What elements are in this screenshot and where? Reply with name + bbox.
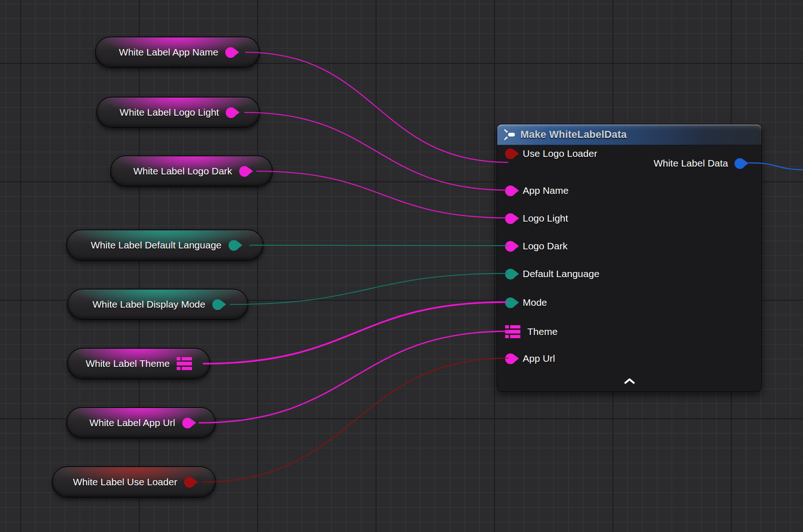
input-pin-row-logo-light: Logo Light — [505, 210, 568, 227]
pin-label: Mode — [523, 297, 547, 308]
var-node-white-label-logo-light[interactable]: White Label Logo Light — [96, 97, 260, 128]
pin-label: Theme — [527, 326, 557, 337]
var-node-label: White Label Logo Dark — [133, 166, 232, 177]
string-output-pin[interactable] — [226, 107, 236, 118]
struct-output-pin[interactable] — [735, 158, 745, 169]
var-node-label: White Label App Url — [89, 417, 175, 428]
collapse-node-button[interactable] — [624, 378, 636, 384]
string-input-pin[interactable] — [505, 186, 516, 196]
var-node-white-label-display-mode[interactable]: White Label Display Mode — [67, 289, 248, 320]
make-whitelabeldata-node[interactable]: Make WhiteLabelData App Name Logo Light … — [497, 124, 762, 392]
pin-label: Use Logo Loader — [523, 148, 597, 159]
pin-label: Logo Dark — [523, 241, 568, 252]
bool-output-pin[interactable] — [184, 477, 195, 488]
string-output-pin[interactable] — [225, 47, 236, 58]
make-struct-icon — [504, 129, 516, 141]
string-input-pin[interactable] — [505, 213, 516, 224]
enum-output-pin[interactable] — [229, 240, 239, 251]
input-pin-row-mode: Mode — [505, 294, 547, 311]
pin-label: App Url — [523, 353, 555, 364]
output-pin-row-white-label-data: White Label Data — [654, 155, 745, 172]
pin-label: Default Language — [523, 268, 599, 279]
var-node-white-label-logo-dark[interactable]: White Label Logo Dark — [110, 155, 273, 187]
pin-label: App Name — [523, 185, 568, 196]
struct-output-pin[interactable] — [177, 357, 192, 371]
pin-label: Logo Light — [523, 213, 568, 224]
var-node-white-label-app-name[interactable]: White Label App Name — [95, 37, 260, 68]
var-node-white-label-theme[interactable]: White Label Theme — [67, 348, 210, 379]
enum-input-pin[interactable] — [505, 297, 516, 308]
input-pin-row-app-name: App Name — [505, 182, 568, 199]
string-output-pin[interactable] — [182, 418, 193, 428]
input-pin-row-theme: Theme — [505, 323, 557, 340]
var-node-label: White Label Use Loader — [73, 476, 177, 488]
string-input-pin[interactable] — [505, 241, 516, 252]
var-node-white-label-app-url[interactable]: White Label App Url — [66, 407, 216, 439]
var-node-white-label-use-loader[interactable]: White Label Use Loader — [52, 466, 216, 498]
input-pin-row-use-logo-loader: Use Logo Loader — [505, 145, 597, 162]
var-node-label: White Label Logo Light — [120, 107, 219, 118]
enum-output-pin[interactable] — [212, 299, 223, 310]
enum-input-pin[interactable] — [505, 269, 516, 279]
pin-label: White Label Data — [654, 158, 728, 169]
var-node-white-label-default-language[interactable]: White Label Default Language — [66, 229, 264, 261]
struct-input-pin[interactable] — [505, 325, 520, 339]
input-pin-row-logo-dark: Logo Dark — [505, 238, 568, 254]
bool-input-pin[interactable] — [505, 148, 516, 159]
chevron-up-icon — [624, 378, 636, 384]
input-pin-row-default-language: Default Language — [505, 266, 599, 282]
var-node-label: White Label Default Language — [91, 240, 222, 251]
make-node-header[interactable]: Make WhiteLabelData — [497, 124, 761, 145]
var-node-label: White Label Theme — [86, 358, 170, 369]
var-node-label: White Label Display Mode — [93, 299, 205, 310]
make-node-title: Make WhiteLabelData — [520, 129, 627, 141]
string-output-pin[interactable] — [239, 166, 250, 177]
blueprint-graph-canvas[interactable]: White Label App Name White Label Logo Li… — [0, 0, 803, 532]
var-node-label: White Label App Name — [119, 47, 218, 58]
input-pin-row-app-url: App Url — [505, 350, 555, 367]
string-input-pin[interactable] — [505, 353, 516, 364]
